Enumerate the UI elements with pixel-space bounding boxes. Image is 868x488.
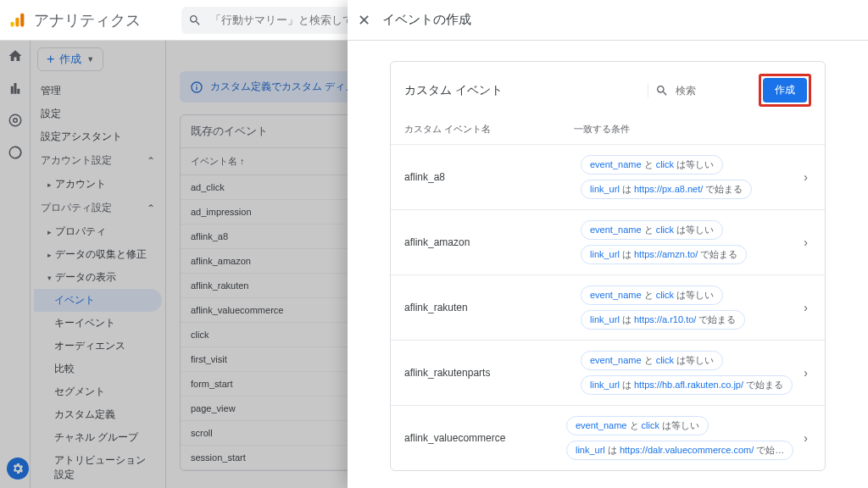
event-name: aflink_rakutenparts: [404, 367, 574, 379]
create-event-panel: ✕ イベントの作成 カスタム イベント 作成 カスタム イベント名 一致する条件: [348, 0, 868, 488]
panel-search[interactable]: [648, 84, 750, 97]
condition-chip: event_name と click は等しい: [566, 416, 709, 435]
custom-event-row[interactable]: aflink_rakutenevent_name と click は等しいlin…: [391, 274, 825, 340]
create-event-button[interactable]: 作成: [763, 78, 807, 103]
highlight-create-button: 作成: [759, 74, 811, 107]
search-icon: [188, 14, 202, 27]
condition-chip: link_url は https://a.r10.to/ で始まる: [581, 310, 745, 330]
custom-event-row[interactable]: aflink_a8event_name と click は等しいlink_url…: [391, 144, 825, 209]
event-name: aflink_a8: [404, 171, 574, 183]
svg-rect-1: [15, 17, 19, 26]
custom-events-card: カスタム イベント 作成 カスタム イベント名 一致する条件 aflink_a8…: [390, 61, 826, 471]
ga-logo: [7, 10, 27, 30]
custom-event-row[interactable]: aflink_valuecommerceevent_name と click は…: [391, 405, 825, 470]
condition-chip: link_url は https://dalr.valuecommerce.co…: [566, 441, 793, 460]
chevron-right-icon: ›: [800, 236, 811, 249]
chevron-right-icon: ›: [800, 170, 811, 184]
condition-chip: link_url は https://px.a8.net/ で始まる: [581, 180, 752, 199]
section-label: カスタム イベント: [404, 83, 503, 98]
svg-rect-2: [20, 13, 24, 26]
condition-chip: link_url は https://amzn.to/ で始まる: [581, 245, 747, 264]
chevron-right-icon: ›: [800, 431, 811, 445]
condition-chip: link_url は https://hb.afl.rakuten.co.jp/…: [581, 375, 793, 395]
condition-chip: event_name と click は等しい: [581, 220, 723, 240]
panel-search-input[interactable]: [674, 84, 750, 97]
search-icon: [655, 84, 669, 97]
condition-chip: event_name と click は等しい: [581, 155, 723, 175]
event-name: aflink_valuecommerce: [404, 432, 559, 444]
event-name: aflink_rakuten: [404, 302, 574, 313]
chevron-right-icon: ›: [800, 301, 811, 314]
column-header-conditions: 一致する条件: [574, 124, 811, 136]
event-name: aflink_amazon: [404, 236, 574, 248]
app-title: アナリティクス: [34, 10, 141, 30]
custom-event-row[interactable]: aflink_rakutenpartsevent_name と click は等…: [391, 340, 825, 405]
chevron-right-icon: ›: [800, 366, 811, 380]
svg-rect-0: [11, 21, 14, 26]
condition-chip: event_name と click は等しい: [581, 286, 723, 305]
panel-title: イベントの作成: [382, 12, 471, 28]
condition-chip: event_name と click は等しい: [581, 351, 723, 370]
close-icon[interactable]: ✕: [358, 11, 370, 30]
column-header-event-name: カスタム イベント名: [404, 124, 574, 136]
custom-event-row[interactable]: aflink_amazonevent_name と click は等しいlink…: [391, 209, 825, 274]
